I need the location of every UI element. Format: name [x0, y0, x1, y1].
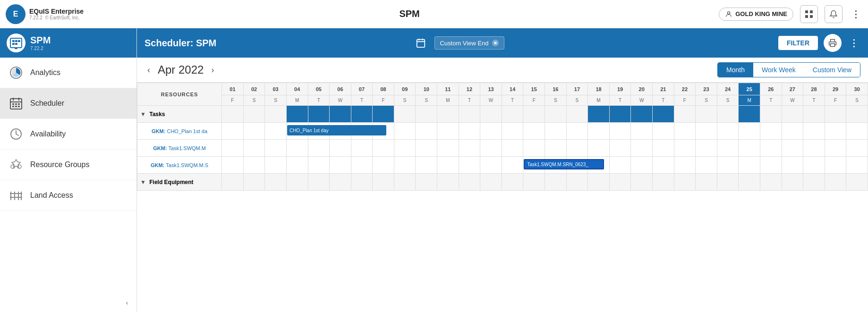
svg-point-0: [728, 11, 730, 14]
resource-label-cho: GKM: CHO_Plan 1st da: [137, 123, 222, 140]
content-header: Scheduler: SPM Custom View End: [137, 28, 868, 58]
date-nav: ‹ Apr 2022 › Month Work Week Custom View: [137, 58, 868, 83]
more-menu-button[interactable]: ⋮: [849, 8, 862, 20]
resource-label-swqm2: GKM: Task1.SWQM.M.S: [137, 157, 222, 174]
app-version: 7.22.2 © EarthSoft, Inc.: [29, 15, 84, 20]
page-title: SPM: [100, 8, 719, 19]
svg-rect-40: [831, 44, 835, 47]
grid-view-button[interactable]: [800, 5, 818, 23]
print-icon: [828, 39, 837, 47]
tab-work-week[interactable]: Work Week: [753, 63, 804, 77]
group-collapse-tasks[interactable]: ▼: [140, 111, 146, 118]
svg-rect-17: [12, 103, 14, 105]
sidebar-item-analytics-label: Analytics: [30, 68, 60, 77]
svg-rect-19: [18, 103, 20, 105]
view-tabs: Month Work Week Custom View: [717, 62, 860, 77]
resources-column-header: RESOURCES: [137, 83, 222, 106]
day-header-row: FSS MTWTF SS MTWTF SS MTWTF SS MTWTF S: [137, 95, 868, 106]
svg-rect-1: [805, 10, 808, 13]
sidebar-nav: Analytics: [0, 58, 136, 294]
task-bar-swqm2[interactable]: Task1.SWQM.M.SRN_0623_: [524, 159, 604, 169]
content-area: Scheduler: SPM Custom View End: [137, 28, 868, 312]
analytics-icon: [9, 65, 24, 80]
svg-rect-33: [417, 40, 425, 48]
user-name: GOLD KING MINE: [735, 10, 787, 17]
app-name: EQuIS Enterprise: [29, 8, 84, 15]
resource-groups-icon: [9, 157, 24, 172]
user-menu[interactable]: GOLD KING MINE: [719, 8, 793, 21]
date-header-row: RESOURCES 010203 0405060708 0910 1112131…: [137, 83, 868, 95]
custom-view-tag: Custom View End: [434, 36, 504, 50]
availability-icon: [9, 126, 24, 142]
sidebar-item-scheduler[interactable]: Scheduler: [0, 88, 136, 119]
scheduler-grid: RESOURCES 010203 0405060708 0910 1112131…: [137, 83, 868, 312]
filter-button[interactable]: FILTER: [778, 36, 818, 50]
task-bar-cell-swqm2: Task1.SWQM.M.SRN_0623_: [523, 157, 545, 174]
prev-month-button[interactable]: ‹: [145, 64, 153, 76]
svg-rect-22: [18, 106, 20, 107]
calendar-section: ‹ Apr 2022 › Month Work Week Custom View: [137, 58, 868, 312]
tab-month[interactable]: Month: [718, 63, 753, 77]
scheduler-icon: [9, 96, 24, 111]
sidebar-module-version: 7.22.2: [30, 46, 51, 51]
calendar-picker-button[interactable]: [413, 35, 429, 51]
top-bar-actions: GOLD KING MINE ⋮: [719, 5, 862, 23]
land-access-icon: [9, 188, 24, 203]
sidebar-collapse-button[interactable]: ‹: [0, 294, 136, 312]
svg-rect-3: [805, 15, 808, 18]
sidebar-module-text: SPM 7.22.2: [30, 35, 51, 51]
svg-point-26: [17, 165, 21, 169]
bell-icon: [829, 10, 838, 18]
sidebar-item-resource-groups[interactable]: Resource Groups: [0, 150, 136, 180]
resource-row-swqm2: GKM: Task1.SWQM.M.S Task1.SWQM.M.SRN_062…: [137, 157, 868, 174]
grid-icon: [805, 10, 813, 18]
resource-label-swqm1: GKM: Task1.SWQM.M: [137, 140, 222, 157]
sidebar-item-land-access-label: Land Access: [30, 191, 73, 200]
sidebar-item-resource-groups-label: Resource Groups: [30, 160, 89, 169]
sidebar-item-availability[interactable]: Availability: [0, 119, 136, 150]
group-row-tasks: ▼ Tasks: [137, 106, 868, 123]
svg-rect-8: [18, 40, 20, 42]
task-bar-cho[interactable]: CHO_Plan 1st day: [287, 125, 386, 135]
resource-row-cho: GKM: CHO_Plan 1st da CHO_Plan 1st day: [137, 123, 868, 140]
sidebar-item-land-access[interactable]: Land Access: [0, 180, 136, 211]
sidebar-module-icon: [7, 34, 26, 52]
svg-marker-24: [12, 160, 20, 168]
sidebar-module-name: SPM: [30, 35, 51, 46]
current-month: Apr 2022: [158, 63, 204, 76]
group-row-field-equipment: ▼ Field Equipment: [137, 174, 868, 191]
svg-rect-21: [15, 106, 17, 107]
svg-rect-10: [15, 43, 17, 45]
resource-row-swqm1: GKM: Task1.SWQM.M: [137, 140, 868, 157]
group-collapse-field-equipment[interactable]: ▼: [140, 179, 146, 186]
content-title: Scheduler: SPM: [145, 38, 407, 49]
svg-rect-9: [12, 43, 15, 45]
svg-rect-6: [12, 40, 15, 42]
sidebar-item-scheduler-label: Scheduler: [30, 99, 64, 108]
calendar-icon: [416, 38, 426, 48]
svg-rect-2: [810, 10, 813, 13]
top-bar: E EQuIS Enterprise 7.22.2 © EarthSoft, I…: [0, 0, 868, 28]
sidebar: SPM 7.22.2 Analytics: [0, 28, 137, 312]
print-button[interactable]: [824, 34, 842, 52]
app-logo: E EQuIS Enterprise 7.22.2 © EarthSoft, I…: [6, 4, 100, 24]
user-icon: [725, 10, 732, 18]
notifications-button[interactable]: [825, 5, 842, 23]
sidebar-item-availability-label: Availability: [30, 130, 66, 138]
svg-point-25: [11, 165, 15, 169]
next-month-button[interactable]: ›: [208, 64, 217, 76]
scheduler-table: RESOURCES 010203 0405060708 0910 1112131…: [137, 83, 868, 191]
tab-custom-view[interactable]: Custom View: [804, 63, 860, 77]
main-layout: SPM 7.22.2 Analytics: [0, 28, 868, 312]
svg-rect-4: [810, 15, 813, 18]
group-label-tasks: Tasks: [149, 111, 165, 118]
content-more-button[interactable]: ⋮: [847, 37, 860, 49]
logo-icon: E: [6, 4, 26, 24]
group-label-field-equipment: Field Equipment: [149, 179, 193, 186]
sidebar-item-analytics[interactable]: Analytics: [0, 58, 136, 88]
custom-view-label: Custom View End: [440, 40, 488, 47]
sidebar-header: SPM 7.22.2: [0, 28, 136, 58]
svg-rect-7: [15, 40, 17, 42]
custom-view-close-button[interactable]: [492, 39, 499, 47]
svg-rect-18: [15, 103, 17, 105]
